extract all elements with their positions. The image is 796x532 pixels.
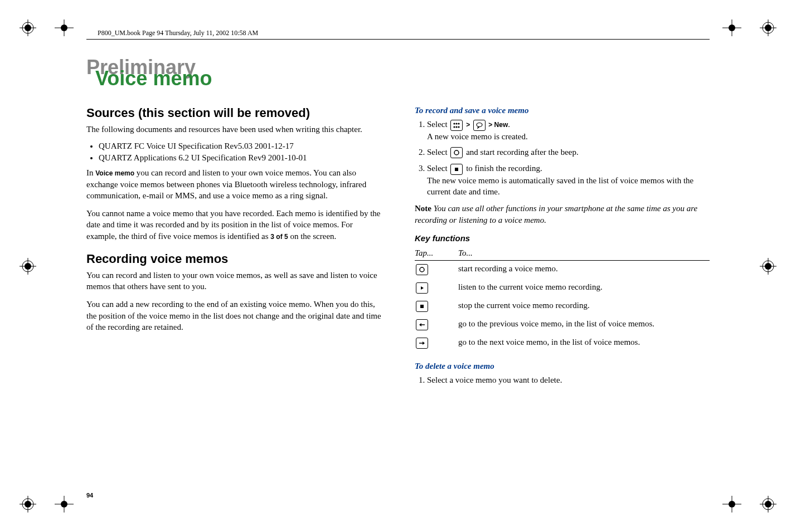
crop-mark-icon xyxy=(55,496,74,513)
table-row: go to the previous voice memo, in the li… xyxy=(415,315,710,334)
right-column: To record and save a voice memo Select >… xyxy=(415,103,710,391)
table-row: start recording a voice memo. xyxy=(415,260,710,279)
step-result: A new voice memo is created. xyxy=(427,132,528,141)
svg-rect-44 xyxy=(455,168,458,171)
table-cell-desc: go to the next voice memo, in the list o… xyxy=(458,334,710,352)
to-record-heading: To record and save a voice memo xyxy=(415,106,710,115)
running-header: P800_UM.book Page 94 Thursday, July 11, … xyxy=(98,29,258,37)
recording-para1: You can record and listen to your own vo… xyxy=(86,270,381,292)
svg-point-40 xyxy=(456,126,458,128)
sources-item: QUARTZ FC Voice UI Specification Rev5.03… xyxy=(99,141,381,151)
record-step-1: Select > > New. A new voice memo is crea… xyxy=(427,119,710,142)
table-cell-desc: start recording a voice memo. xyxy=(458,260,710,279)
left-column: Sources (this section will be removed) T… xyxy=(86,103,381,391)
table-cell-desc: go to the previous voice memo, in the li… xyxy=(458,315,710,334)
registration-mark-icon xyxy=(760,19,776,36)
svg-point-42 xyxy=(477,123,482,126)
voice-bubble-icon xyxy=(473,120,486,131)
record-circle-icon xyxy=(450,147,463,158)
delete-step-1: Select a voice memo you want to delete. xyxy=(427,374,710,385)
svg-point-41 xyxy=(458,126,460,128)
registration-mark-icon xyxy=(760,258,776,275)
crop-mark-icon xyxy=(55,19,74,36)
registration-mark-icon xyxy=(760,496,776,513)
sources-list: QUARTZ FC Voice UI Specification Rev5.03… xyxy=(86,141,381,163)
svg-point-37 xyxy=(456,123,458,124)
svg-marker-49 xyxy=(419,323,421,326)
header-rule xyxy=(86,39,710,40)
key-functions-heading: Key functions xyxy=(415,233,710,243)
next-arrow-icon xyxy=(416,338,428,349)
svg-rect-47 xyxy=(420,305,424,308)
stop-square-icon xyxy=(416,301,428,312)
naming-note: You cannot name a voice memo that you ha… xyxy=(86,208,381,242)
registration-mark-icon xyxy=(20,496,36,513)
delete-steps: Select a voice memo you want to delete. xyxy=(415,374,710,385)
table-row: go to the next voice memo, in the list o… xyxy=(415,334,710,352)
step-text: Select xyxy=(427,120,449,129)
note-line: Note You can use all other functions in … xyxy=(415,203,710,226)
sources-intro: The following documents and resources ha… xyxy=(86,124,381,135)
step-text: Select xyxy=(427,164,449,173)
table-row: listen to the current voice memo recordi… xyxy=(415,279,710,297)
recording-para2: You can add a new recording to the end o… xyxy=(86,299,381,333)
table-row: stop the current voice memo recording. xyxy=(415,297,710,315)
table-header-to: To... xyxy=(458,246,710,261)
registration-mark-icon xyxy=(20,19,36,36)
svg-point-39 xyxy=(454,126,455,128)
step-text: to finish the recording. xyxy=(466,164,542,173)
step-gt: > xyxy=(466,121,472,129)
svg-point-45 xyxy=(420,267,424,272)
page-title: Voice memo xyxy=(95,67,710,90)
record-step-2: Select and start recording after the bee… xyxy=(427,147,710,159)
crop-mark-icon xyxy=(722,19,741,36)
note-body: You can use all other functions in your … xyxy=(415,204,697,224)
table-cell-desc: stop the current voice memo recording. xyxy=(458,297,710,315)
page-content: Preliminary Voice memo Sources (this sec… xyxy=(86,56,710,493)
record-step-3: Select to finish the recording. The new … xyxy=(427,163,710,197)
svg-point-38 xyxy=(458,123,460,124)
svg-marker-51 xyxy=(423,341,425,345)
position-example: 3 of 5 xyxy=(270,233,288,241)
recording-heading: Recording voice memos xyxy=(86,252,381,266)
svg-point-36 xyxy=(454,123,455,124)
table-cell-desc: listen to the current voice memo recordi… xyxy=(458,279,710,297)
apps-grid-icon xyxy=(450,120,463,131)
step-text: Select xyxy=(427,148,449,157)
record-circle-icon xyxy=(416,264,428,275)
stop-square-icon xyxy=(450,164,463,175)
voice-memo-label: Voice memo xyxy=(95,169,134,177)
step-new: > New xyxy=(488,121,508,129)
key-functions-table: Tap... To... start recording a voice mem… xyxy=(415,246,710,353)
crop-mark-icon xyxy=(722,496,741,513)
table-header-tap: Tap... xyxy=(415,246,458,261)
play-triangle-icon xyxy=(416,282,428,294)
to-delete-heading: To delete a voice memo xyxy=(415,362,710,371)
sources-heading: Sources (this section will be removed) xyxy=(86,106,381,120)
svg-marker-46 xyxy=(421,286,424,290)
step-text: and start recording after the beep. xyxy=(466,148,579,157)
prev-arrow-icon xyxy=(416,319,428,330)
record-steps: Select > > New. A new voice memo is crea… xyxy=(415,119,710,197)
svg-point-43 xyxy=(454,150,459,155)
step-dot: . xyxy=(508,120,510,129)
page-number: 94 xyxy=(86,492,93,499)
step-result: The new voice memo is automatically save… xyxy=(427,176,693,196)
registration-mark-icon xyxy=(20,258,36,275)
note-label: Note xyxy=(415,204,431,213)
sources-item: QUARTZ Applications 6.2 UI Specification… xyxy=(99,153,381,163)
voice-memo-intro: In Voice memo you can record and listen … xyxy=(86,167,381,201)
